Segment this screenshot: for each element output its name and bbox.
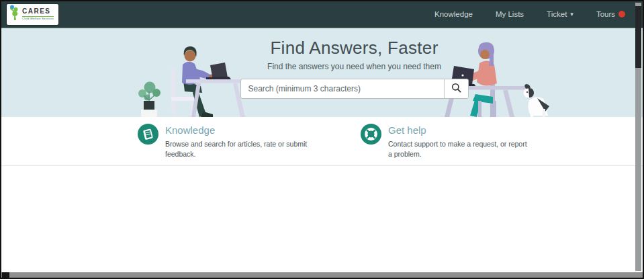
hero-banner: Find Answers, Faster Find the answers yo… <box>1 28 643 117</box>
nav-item-ticket-label: Ticket <box>547 10 567 18</box>
search-icon <box>451 83 461 95</box>
top-nav-links: Knowledge My Lists Ticket ▾ Tours <box>434 10 625 18</box>
dog <box>524 84 550 117</box>
nav-item-tours-label: Tours <box>596 10 615 18</box>
empty-content-area <box>1 166 643 272</box>
search-input[interactable] <box>241 79 444 98</box>
nav-item-ticket[interactable]: Ticket ▾ <box>547 10 573 18</box>
book-icon <box>138 124 158 159</box>
nav-item-my-lists-label: My Lists <box>496 10 524 18</box>
cares-logo[interactable]: CARES Child Welfare Services <box>7 4 58 25</box>
search-button[interactable] <box>444 79 468 98</box>
left-illustration <box>131 36 252 117</box>
horizontal-scrollbar[interactable] <box>1 272 643 278</box>
knowledge-card-description: Browse and search for articles, rate or … <box>165 139 332 159</box>
search-bar <box>240 79 469 99</box>
vertical-scrollbar-thumb[interactable] <box>635 6 641 68</box>
life-ring-icon <box>361 124 381 159</box>
plant <box>138 82 160 118</box>
get-help-card-title: Get help <box>388 124 528 136</box>
get-help-card-text: Get help Contact support to make a reque… <box>388 124 528 159</box>
logo-text: CARES Child Welfare Services <box>22 8 54 20</box>
top-navigation-bar: CARES Child Welfare Services Knowledge M… <box>1 1 643 28</box>
nav-item-knowledge[interactable]: Knowledge <box>434 10 473 18</box>
cares-figure-icon <box>9 5 19 24</box>
chevron-down-icon: ▾ <box>570 11 573 17</box>
portal-window: CARES Child Welfare Services Knowledge M… <box>0 0 644 279</box>
knowledge-card-title: Knowledge <box>165 124 332 136</box>
hero-title: Find Answers, Faster <box>240 38 469 58</box>
get-help-card-description: Contact support to make a request, or re… <box>388 139 528 159</box>
horizontal-scrollbar-thumb[interactable] <box>2 272 9 278</box>
nav-item-knowledge-label: Knowledge <box>434 10 473 18</box>
hero-subtitle: Find the answers you need when you need … <box>240 62 469 71</box>
nav-item-my-lists[interactable]: My Lists <box>496 10 524 18</box>
nav-item-tours[interactable]: Tours <box>596 10 625 18</box>
knowledge-card[interactable]: Knowledge Browse and search for articles… <box>138 124 332 159</box>
get-help-card[interactable]: Get help Contact support to make a reque… <box>361 124 528 159</box>
notification-dot-icon <box>618 11 625 17</box>
logo-tagline: Child Welfare Services <box>22 16 54 20</box>
vertical-scrollbar[interactable] <box>635 3 641 271</box>
logo-brand: CARES <box>22 8 54 15</box>
knowledge-card-text: Knowledge Browse and search for articles… <box>165 124 332 159</box>
quick-links-section: Knowledge Browse and search for articles… <box>1 117 643 166</box>
hero-content: Find Answers, Faster Find the answers yo… <box>240 38 469 99</box>
